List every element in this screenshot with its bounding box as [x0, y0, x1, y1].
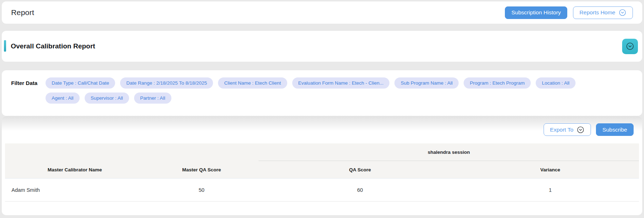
filter-pill-agent[interactable]: Agent : All — [46, 93, 80, 104]
filter-pill-date-range[interactable]: Date Range : 2/18/2025 To 8/18/2025 — [120, 77, 213, 89]
cell-variance: 1 — [461, 179, 639, 201]
filter-pill-program[interactable]: Program : Etech Program — [464, 77, 531, 89]
table-row: Adam Smith 50 60 1 — [5, 179, 639, 202]
table-group-header-row: shalendra session — [5, 143, 639, 161]
subscribe-button[interactable]: Subscribe — [596, 123, 634, 136]
reports-home-label: Reports Home — [579, 9, 615, 16]
filter-pill-partner[interactable]: Partner : All — [134, 93, 171, 104]
calibration-report-table: shalendra session Master Calibrator Name… — [5, 143, 639, 202]
filter-card: Filter Data Date Type : Call/Chat Date D… — [2, 70, 642, 116]
subscribe-label: Subscribe — [602, 127, 627, 133]
group-header-spacer — [145, 143, 259, 161]
filter-pills: Date Type : Call/Chat Date Date Range : … — [46, 77, 576, 104]
chevron-down-circle-icon — [619, 9, 626, 16]
subscription-history-label: Subscription History — [511, 9, 561, 16]
column-header-master-qa-score: Master QA Score — [145, 161, 259, 178]
cell-master-qa-score: 50 — [145, 179, 259, 201]
report-content-card: Export To Subscribe shalendra session Ma… — [2, 116, 642, 215]
filter-pill-row: Agent : All Supervisor : All Partner : A… — [46, 93, 576, 104]
filter-pill-row: Date Type : Call/Chat Date Date Range : … — [46, 77, 576, 89]
cell-qa-score: 60 — [259, 179, 461, 201]
export-to-label: Export To — [550, 127, 573, 133]
section-title: Overall Calibration Report — [11, 42, 95, 50]
filter-pill-location[interactable]: Location : All — [536, 77, 576, 89]
page-title: Report — [11, 8, 34, 17]
cell-master-calibrator-name: Adam Smith — [5, 179, 145, 201]
export-to-button[interactable]: Export To — [544, 123, 591, 136]
filter-pill-supervisor[interactable]: Supervisor : All — [85, 93, 129, 104]
group-header-label: shalendra session — [428, 150, 470, 155]
group-header-spacer — [5, 143, 145, 161]
filter-pill-sub-program[interactable]: Sub Program Name : All — [394, 77, 459, 89]
filter-data-label: Filter Data — [11, 77, 46, 89]
filter-pill-date-type[interactable]: Date Type : Call/Chat Date — [46, 77, 115, 89]
reports-home-button[interactable]: Reports Home — [573, 6, 633, 19]
filter-pill-client-name[interactable]: Client Name : Etech Client — [218, 77, 287, 89]
column-header-master-calibrator-name: Master Calibrator Name — [5, 161, 145, 178]
column-header-qa-score: QA Score — [259, 161, 461, 178]
filter-pill-evaluation-form[interactable]: Evaluation Form Name : Etech - Clien... — [292, 77, 390, 89]
group-header-session: shalendra session — [259, 143, 639, 161]
section-card: Overall Calibration Report — [2, 31, 642, 62]
header-card: Report Subscription History Reports Home — [2, 1, 642, 24]
chevron-down-circle-icon — [626, 42, 634, 51]
header-actions: Subscription History Reports Home — [505, 6, 633, 19]
chevron-down-circle-icon — [577, 126, 584, 134]
column-header-variance: Variance — [461, 161, 639, 178]
subscription-history-button[interactable]: Subscription History — [505, 6, 567, 19]
accent-bar — [4, 40, 6, 52]
collapse-section-button[interactable] — [622, 39, 638, 54]
table-toolbar: Export To Subscribe — [544, 123, 634, 136]
table-header-row: Master Calibrator Name Master QA Score Q… — [5, 161, 639, 179]
